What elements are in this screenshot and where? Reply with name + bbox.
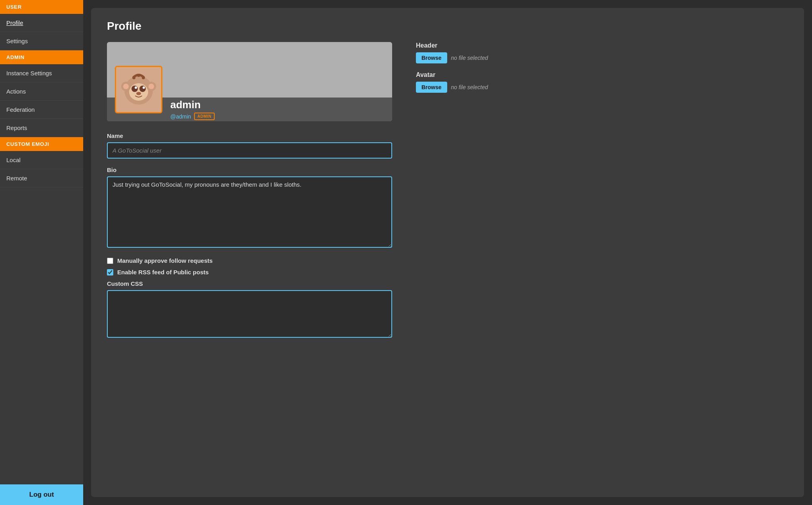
svg-point-2 [132, 86, 138, 92]
name-field-group: Name [107, 132, 392, 159]
svg-point-5 [143, 86, 145, 89]
name-field-label: Name [107, 132, 392, 139]
custom-css-label: Custom CSS [107, 280, 392, 287]
upload-section: Header Browse no file selected Avatar Br… [416, 42, 488, 93]
enable-rss-checkbox[interactable] [107, 269, 113, 275]
sidebar-section-user: USER Profile Settings [0, 0, 83, 50]
profile-card-upload-row: admin @admin ADMIN Header Browse no file… [107, 42, 788, 121]
profile-handle-row: @admin ADMIN [170, 113, 215, 120]
sidebar-section-header-custom-emoji: CUSTOM EMOJI [0, 137, 83, 151]
svg-point-6 [136, 92, 141, 95]
profile-card: admin @admin ADMIN [107, 42, 392, 121]
logout-button[interactable]: Log out [0, 484, 83, 505]
avatar-no-file-text: no file selected [451, 84, 488, 90]
avatar-upload-row: Browse no file selected [416, 82, 488, 93]
header-no-file-text: no file selected [451, 55, 488, 61]
profile-info: admin @admin ADMIN [170, 99, 215, 120]
custom-css-textarea[interactable] [107, 290, 392, 338]
svg-point-9 [123, 84, 129, 89]
profile-username: admin [170, 99, 215, 111]
sidebar-section-header-admin: ADMIN [0, 50, 83, 64]
header-upload-group: Header Browse no file selected [416, 42, 488, 63]
enable-rss-row: Enable RSS feed of Public posts [107, 269, 392, 275]
sidebar-section-custom-emoji: CUSTOM EMOJI Local Remote [0, 137, 83, 187]
avatar-upload-group: Avatar Browse no file selected [416, 71, 488, 93]
sidebar-section-admin: ADMIN Instance Settings Actions Federati… [0, 50, 83, 137]
page-title: Profile [107, 20, 788, 33]
sidebar-item-federation[interactable]: Federation [0, 101, 83, 119]
manually-approve-label[interactable]: Manually approve follow requests [117, 257, 213, 264]
sidebar-item-profile[interactable]: Profile [0, 14, 83, 32]
name-input[interactable] [107, 142, 392, 159]
svg-point-4 [135, 86, 137, 89]
header-browse-button[interactable]: Browse [416, 52, 447, 63]
custom-css-field-group: Custom CSS [107, 280, 392, 339]
bio-textarea[interactable] [107, 176, 392, 248]
avatar-browse-button[interactable]: Browse [416, 82, 447, 93]
svg-point-3 [139, 86, 146, 92]
form-section: Name Bio Manually approve follow request… [107, 132, 392, 339]
svg-point-11 [132, 76, 135, 79]
manually-approve-row: Manually approve follow requests [107, 257, 392, 264]
header-upload-row: Browse no file selected [416, 52, 488, 63]
sidebar: USER Profile Settings ADMIN Instance Set… [0, 0, 83, 505]
sidebar-item-local[interactable]: Local [0, 151, 83, 169]
header-upload-label: Header [416, 42, 488, 49]
svg-point-12 [137, 74, 140, 77]
sidebar-item-settings[interactable]: Settings [0, 32, 83, 50]
sidebar-item-remote[interactable]: Remote [0, 169, 83, 187]
avatar-image [119, 70, 158, 109]
avatar-upload-label: Avatar [416, 71, 488, 78]
enable-rss-label[interactable]: Enable RSS feed of Public posts [117, 269, 209, 275]
profile-badge: ADMIN [194, 113, 214, 120]
bio-field-group: Bio [107, 166, 392, 249]
sidebar-section-header-user: USER [0, 0, 83, 14]
svg-point-13 [142, 76, 145, 79]
sidebar-item-instance-settings[interactable]: Instance Settings [0, 64, 83, 82]
sidebar-item-reports[interactable]: Reports [0, 119, 83, 137]
manually-approve-checkbox[interactable] [107, 258, 113, 264]
avatar [115, 66, 162, 113]
main-content: Profile [91, 8, 804, 497]
profile-handle: @admin [170, 113, 191, 120]
bio-field-label: Bio [107, 166, 392, 173]
sidebar-item-actions[interactable]: Actions [0, 82, 83, 101]
svg-point-10 [149, 84, 154, 89]
